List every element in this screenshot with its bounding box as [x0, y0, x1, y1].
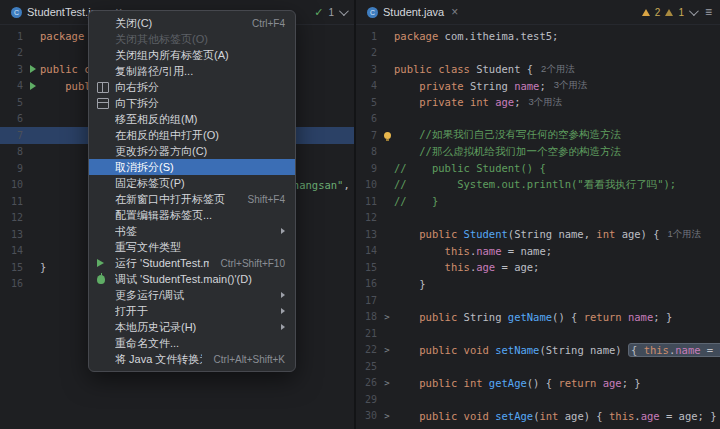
code-token [394, 80, 419, 92]
menu-item[interactable]: 调试 'StudentTest.main()'(D) [89, 271, 295, 287]
line-number: 30 [356, 410, 380, 421]
line-number: 18 [356, 311, 380, 322]
code-line[interactable]: 14 this.name = name; [356, 243, 720, 260]
menu-item[interactable]: 移至相反的组(M) [89, 111, 295, 127]
menu-item[interactable]: 固定标签页(P) [89, 175, 295, 191]
code-line[interactable]: 6 [356, 111, 720, 128]
line-number: 1 [356, 31, 380, 42]
code-token: } [394, 278, 426, 290]
code-token: public [40, 63, 78, 75]
java-class-file-icon: C [11, 7, 22, 18]
code-line[interactable]: 30> public void setAge(int age) { this.a… [356, 408, 720, 425]
editor-menu-icon[interactable]: ≡ [705, 5, 712, 19]
menu-item[interactable]: 本地历史记录(H) [89, 319, 295, 335]
code-line[interactable]: 21 [356, 325, 720, 342]
code-line[interactable]: 15 this.age = age; [356, 259, 720, 276]
warning-count: 2 [655, 7, 661, 18]
code-line[interactable]: 5 private int age;3个用法 [356, 94, 720, 111]
code-line[interactable]: 16 } [356, 276, 720, 293]
menu-item[interactable]: 复制路径/引用... [89, 63, 295, 79]
code-text: private String name;3个用法 [394, 79, 588, 92]
folded-code-region[interactable]: { this.name = name; } [628, 343, 720, 357]
menu-item[interactable]: 向右拆分 [89, 79, 295, 95]
menu-item-label: 向右拆分 [115, 80, 285, 95]
code-line[interactable]: 29 [356, 391, 720, 408]
line-number: 5 [0, 97, 26, 108]
line-number: 5 [356, 97, 380, 108]
code-token: public [394, 63, 432, 75]
code-token: int [470, 96, 489, 108]
code-line[interactable]: 8 //那么虚拟机给我们加一个空参的构造方法 [356, 144, 720, 161]
code-token: public [419, 311, 457, 323]
code-text: package com.itheima.test5; [394, 30, 558, 42]
menu-item[interactable]: 配置编辑器标签页... [89, 207, 295, 223]
code-line[interactable]: 18> public String getName() { return nam… [356, 309, 720, 326]
usages-inlay-hint[interactable]: 1个用法 [668, 228, 702, 241]
right-code-editor[interactable]: 1package com.itheima.test5;23public clas… [356, 25, 720, 429]
code-line[interactable]: 22> public void setName(String name) { t… [356, 342, 720, 359]
intention-bulb-icon[interactable] [384, 132, 391, 139]
code-text: // public Student() { [394, 162, 546, 174]
code-token [394, 377, 419, 389]
menu-item[interactable]: 打开于 [89, 303, 295, 319]
code-line[interactable]: 26> public int getAge() { return age; } [356, 375, 720, 392]
menu-item[interactable]: 更改拆分器方向(C) [89, 143, 295, 159]
code-text: this.age = age; [394, 261, 539, 273]
chevron-down-icon [689, 6, 699, 16]
right-inspection-widget[interactable]: 2 1 ≡ [642, 5, 714, 19]
run-icon[interactable] [30, 65, 36, 73]
code-line[interactable]: 4 private String name;3个用法 [356, 78, 720, 95]
menu-item[interactable]: 书签 [89, 223, 295, 239]
fold-chevron-icon[interactable]: > [384, 411, 389, 421]
left-inspection-widget[interactable]: ✓ 1 [314, 6, 348, 19]
menu-item[interactable]: 重写文件类型 [89, 239, 295, 255]
line-number: 26 [356, 377, 380, 388]
code-line[interactable]: 7 //如果我们自己没有写任何的空参构造方法 [356, 127, 720, 144]
menu-item[interactable]: 取消拆分(S) [89, 159, 295, 175]
code-token: class [438, 63, 470, 75]
code-line[interactable]: 3public class Student {2个用法 [356, 61, 720, 78]
code-token: age [641, 410, 660, 422]
code-token: int [464, 377, 483, 389]
usages-inlay-hint[interactable]: 2个用法 [541, 63, 575, 76]
menu-item[interactable]: 向下拆分 [89, 95, 295, 111]
code-token: Student [464, 228, 508, 240]
menu-item[interactable]: 更多运行/调试 [89, 287, 295, 303]
menu-item[interactable]: 将 Java 文件转换为 Kotlin 文件Ctrl+Alt+Shift+K [89, 351, 295, 367]
tab-close-icon[interactable]: × [451, 7, 458, 17]
fold-chevron-icon[interactable]: > [384, 378, 389, 388]
code-line[interactable]: 9// public Student() { [356, 160, 720, 177]
code-token: age [495, 96, 514, 108]
usages-inlay-hint[interactable]: 3个用法 [554, 79, 588, 92]
run-icon[interactable] [30, 82, 36, 90]
code-token: String [457, 311, 508, 323]
code-line[interactable]: 2 [356, 45, 720, 62]
editor-tab-student[interactable]: C Student.java × [362, 1, 463, 24]
usages-inlay-hint[interactable]: 3个用法 [528, 96, 562, 109]
fold-chevron-icon[interactable]: > [384, 312, 389, 322]
menu-item[interactable]: 运行 'StudentTest.main()'(U)Ctrl+Shift+F10 [89, 255, 295, 271]
code-line[interactable]: 11// } [356, 193, 720, 210]
code-line[interactable]: 10// System.out.println("看看我执行了吗"); [356, 177, 720, 194]
code-text: private int age;3个用法 [394, 96, 562, 109]
menu-item[interactable]: 在新窗口中打开标签页Shift+F4 [89, 191, 295, 207]
menu-item-label: 关闭组内所有标签页(A) [115, 48, 285, 63]
menu-item[interactable]: 关闭(C)Ctrl+F4 [89, 15, 295, 31]
line-number: 6 [356, 113, 380, 124]
code-line[interactable]: 17 [356, 292, 720, 309]
right-editor-pane: C Student.java × 2 1 ≡ 1package com.ithe… [356, 0, 720, 429]
split-right-icon [97, 82, 109, 93]
code-line[interactable]: 1package com.itheima.test5; [356, 28, 720, 45]
code-line[interactable]: 13 public Student(String name, int age) … [356, 226, 720, 243]
code-line[interactable]: 25 [356, 358, 720, 375]
warning-count: 1 [678, 7, 684, 18]
check-icon: ✓ [314, 6, 323, 19]
code-line[interactable]: 12 [356, 210, 720, 227]
menu-item[interactable]: 重命名文件... [89, 335, 295, 351]
menu-item-icon [97, 98, 115, 109]
fold-chevron-icon[interactable]: > [384, 345, 389, 355]
menu-item[interactable]: 在相反的组中打开(O) [89, 127, 295, 143]
menu-item-icon [97, 259, 115, 267]
code-token: ; } [622, 377, 641, 389]
menu-item[interactable]: 关闭组内所有标签页(A) [89, 47, 295, 63]
